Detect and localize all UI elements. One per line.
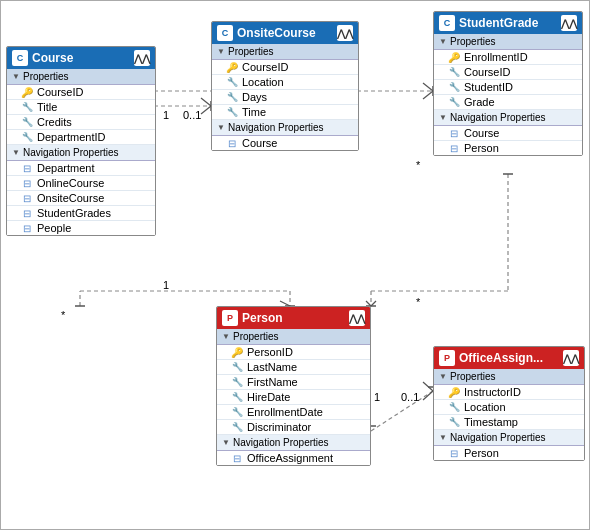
oa-prop-timestamp: 🔧 Timestamp	[434, 415, 584, 430]
studentgrade-expand[interactable]: ⋀⋀	[561, 15, 577, 31]
nav-icon-online: ⊟	[21, 178, 33, 189]
wrench-icon-sg-student: 🔧	[448, 82, 460, 92]
person-header: P Person ⋀⋀	[217, 307, 370, 329]
person-nav-header: ▼ Navigation Properties	[217, 435, 370, 451]
sg-prop-courseid: 🔧 CourseID	[434, 65, 582, 80]
wrench-icon-sg-grade: 🔧	[448, 97, 460, 107]
entity-officeassignment: P OfficeAssign... ⋀⋀ ▼ Properties 🔑 Inst…	[433, 346, 585, 461]
officeassign-expand[interactable]: ⋀⋀	[563, 350, 579, 366]
nav-icon-onsite: ⊟	[21, 193, 33, 204]
label-01-person-office: 0..1	[401, 391, 419, 403]
onsitecourse-title: OnsiteCourse	[237, 26, 316, 40]
officeassign-nav-header: ▼ Navigation Properties	[434, 430, 584, 446]
key-icon-enrollid: 🔑	[448, 52, 460, 63]
onsitecourse-prop-location: 🔧 Location	[212, 75, 358, 90]
studentgrade-title: StudentGrade	[459, 16, 538, 30]
sg-prop-grade: 🔧 Grade	[434, 95, 582, 110]
nav-icon-sg: ⊟	[21, 208, 33, 219]
wrench-icon-deptid: 🔧	[21, 132, 33, 142]
officeassign-header-left: P OfficeAssign...	[439, 350, 543, 366]
officeassign-title: OfficeAssign...	[459, 351, 543, 365]
person-prop-lastname: 🔧 LastName	[217, 360, 370, 375]
key-icon-courseid: 🔑	[21, 87, 33, 98]
onsitecourse-expand[interactable]: ⋀⋀	[337, 25, 353, 41]
person-expand[interactable]: ⋀⋀	[349, 310, 365, 326]
wrench-icon-sg-course: 🔧	[448, 67, 460, 77]
onsitecourse-icon: C	[217, 25, 233, 41]
svg-line-9	[423, 91, 433, 99]
sg-nav-course: ⊟ Course	[434, 126, 582, 141]
wrench-icon-loc: 🔧	[226, 77, 238, 87]
wrench-icon-title: 🔧	[21, 102, 33, 112]
onsitecourse-prop-time: 🔧 Time	[212, 105, 358, 120]
wrench-icon-lastname: 🔧	[231, 362, 243, 372]
key-icon-courseid-oc: 🔑	[226, 62, 238, 73]
label-1-course-onsite: 1	[163, 109, 169, 121]
nav-icon-sg-person: ⊟	[448, 143, 460, 154]
person-icon: P	[222, 310, 238, 326]
nav-icon-dept: ⊟	[21, 163, 33, 174]
wrench-icon-credits: 🔧	[21, 117, 33, 127]
key-icon-personid: 🔑	[231, 347, 243, 358]
sg-prop-studentid: 🔧 StudentID	[434, 80, 582, 95]
onsitecourse-nav-header: ▼ Navigation Properties	[212, 120, 358, 136]
label-star-studentgrade-person: *	[416, 159, 420, 171]
person-header-left: P Person	[222, 310, 283, 326]
officeassign-props-header: ▼ Properties	[434, 369, 584, 385]
onsitecourse-nav-course: ⊟ Course	[212, 136, 358, 150]
course-props-header: ▼ Properties	[7, 69, 155, 85]
label-1-course-person: 1	[163, 279, 169, 291]
wrench-icon-firstname: 🔧	[231, 377, 243, 387]
wrench-icon-time: 🔧	[226, 107, 238, 117]
nav-icon-oa-person: ⊟	[448, 448, 460, 459]
sg-nav-person: ⊟ Person	[434, 141, 582, 155]
label-star-course-person: *	[61, 309, 65, 321]
person-nav-office: ⊟ OfficeAssignment	[217, 451, 370, 465]
wrench-icon-disc: 🔧	[231, 422, 243, 432]
officeassign-header: P OfficeAssign... ⋀⋀	[434, 347, 584, 369]
course-nav-people: ⊟ People	[7, 221, 155, 235]
person-title: Person	[242, 311, 283, 325]
course-header-left: C Course	[12, 50, 73, 66]
svg-line-3	[201, 98, 211, 106]
entity-course: C Course ⋀⋀ ▼ Properties 🔑 CourseID 🔧 Ti…	[6, 46, 156, 236]
studentgrade-header-left: C StudentGrade	[439, 15, 538, 31]
label-star2-studentgrade-person: *	[416, 296, 420, 308]
svg-line-8	[423, 83, 433, 91]
course-nav-onlinecourse: ⊟ OnlineCourse	[7, 176, 155, 191]
studentgrade-header: C StudentGrade ⋀⋀	[434, 12, 582, 34]
course-expand[interactable]: ⋀⋀	[134, 50, 150, 66]
entity-studentgrade: C StudentGrade ⋀⋀ ▼ Properties 🔑 Enrollm…	[433, 11, 583, 156]
course-header: C Course ⋀⋀	[7, 47, 155, 69]
course-icon: C	[12, 50, 28, 66]
person-prop-id: 🔑 PersonID	[217, 345, 370, 360]
wrench-icon-hiredate: 🔧	[231, 392, 243, 402]
svg-line-4	[201, 106, 211, 114]
diagram: 1 0..1 * 1 * * 1 0..1 C Course ⋀⋀ ▼ Prop…	[0, 0, 590, 530]
course-nav-studentgrades: ⊟ StudentGrades	[7, 206, 155, 221]
onsitecourse-prop-id: 🔑 CourseID	[212, 60, 358, 75]
course-nav-department: ⊟ Department	[7, 161, 155, 176]
course-prop-deptid: 🔧 DepartmentID	[7, 130, 155, 145]
person-prop-firstname: 🔧 FirstName	[217, 375, 370, 390]
studentgrade-nav-header: ▼ Navigation Properties	[434, 110, 582, 126]
person-prop-discriminator: 🔧 Discriminator	[217, 420, 370, 435]
wrench-icon-days: 🔧	[226, 92, 238, 102]
studentgrade-props-header: ▼ Properties	[434, 34, 582, 50]
onsitecourse-props-header: ▼ Properties	[212, 44, 358, 60]
course-nav-onsitecourse: ⊟ OnsiteCourse	[7, 191, 155, 206]
officeassign-icon: P	[439, 350, 455, 366]
nav-icon-people: ⊟	[21, 223, 33, 234]
person-prop-enrolldate: 🔧 EnrollmentDate	[217, 405, 370, 420]
course-prop-title: 🔧 Title	[7, 100, 155, 115]
person-props-header: ▼ Properties	[217, 329, 370, 345]
oa-prop-location: 🔧 Location	[434, 400, 584, 415]
svg-line-27	[423, 382, 433, 391]
svg-line-28	[423, 391, 433, 400]
entity-person: P Person ⋀⋀ ▼ Properties 🔑 PersonID 🔧 La…	[216, 306, 371, 466]
nav-icon-course-oc: ⊟	[226, 138, 238, 149]
wrench-icon-timestamp: 🔧	[448, 417, 460, 427]
course-prop-courseid: 🔑 CourseID	[7, 85, 155, 100]
entity-onsitecourse: C OnsiteCourse ⋀⋀ ▼ Properties 🔑 CourseI…	[211, 21, 359, 151]
wrench-icon-oa-loc: 🔧	[448, 402, 460, 412]
